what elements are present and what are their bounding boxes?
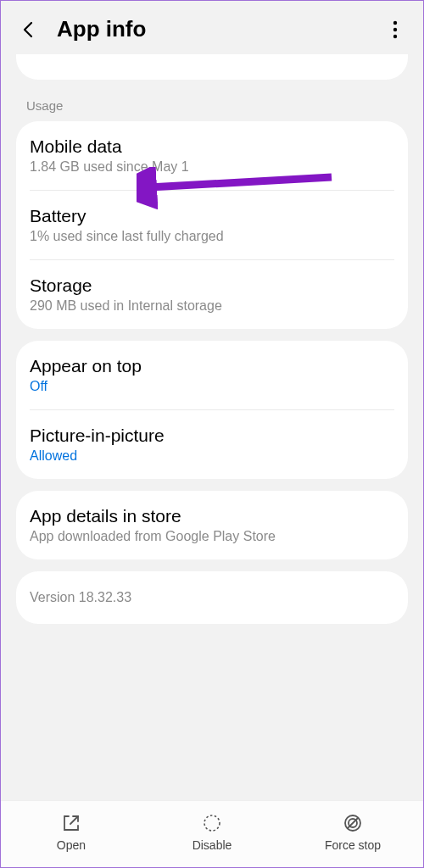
row-title: Appear on top bbox=[30, 356, 394, 376]
force-stop-icon bbox=[343, 813, 363, 833]
store-card: App details in store App downloaded from… bbox=[16, 491, 408, 559]
force-stop-label: Force stop bbox=[325, 838, 381, 852]
row-battery[interactable]: Battery 1% used since last fully charged bbox=[16, 191, 408, 259]
svg-point-0 bbox=[393, 20, 397, 24]
row-title: Mobile data bbox=[30, 136, 394, 157]
row-sub: 290 MB used in Internal storage bbox=[30, 298, 394, 314]
open-label: Open bbox=[57, 838, 86, 852]
open-icon bbox=[61, 813, 81, 833]
page-title: App info bbox=[57, 16, 384, 42]
section-label-usage: Usage bbox=[1, 80, 423, 121]
row-sub: 1% used since last fully charged bbox=[30, 229, 394, 244]
row-value: Off bbox=[30, 379, 394, 394]
row-title: Battery bbox=[30, 206, 394, 226]
overlay-card: Appear on top Off Picture-in-picture All… bbox=[16, 341, 408, 479]
svg-point-1 bbox=[393, 27, 397, 31]
more-options-icon[interactable] bbox=[384, 19, 406, 41]
row-title: App details in store bbox=[30, 506, 394, 526]
header: App info bbox=[1, 1, 423, 54]
row-picture-in-picture[interactable]: Picture-in-picture Allowed bbox=[16, 410, 408, 479]
row-title: Storage bbox=[30, 275, 394, 296]
svg-point-2 bbox=[393, 34, 397, 37]
usage-card: Mobile data 1.84 GB used since May 1 Bat… bbox=[16, 121, 408, 329]
row-app-details-in-store[interactable]: App details in store App downloaded from… bbox=[16, 491, 408, 559]
disable-button[interactable]: Disable bbox=[142, 813, 282, 852]
disable-label: Disable bbox=[192, 838, 232, 852]
row-sub: App downloaded from Google Play Store bbox=[30, 529, 394, 544]
open-button[interactable]: Open bbox=[2, 813, 141, 852]
svg-point-3 bbox=[204, 815, 220, 831]
version-text: Version 18.32.33 bbox=[30, 590, 394, 605]
version-card: Version 18.32.33 bbox=[16, 571, 408, 624]
row-mobile-data[interactable]: Mobile data 1.84 GB used since May 1 bbox=[16, 121, 408, 190]
row-storage[interactable]: Storage 290 MB used in Internal storage bbox=[16, 260, 408, 329]
back-icon[interactable] bbox=[18, 19, 40, 41]
disable-icon bbox=[202, 813, 222, 833]
row-value: Allowed bbox=[30, 448, 394, 464]
row-appear-on-top[interactable]: Appear on top Off bbox=[16, 341, 408, 409]
previous-card-sliver bbox=[16, 54, 408, 80]
row-sub: 1.84 GB used since May 1 bbox=[30, 159, 394, 175]
row-title: Picture-in-picture bbox=[30, 426, 394, 446]
force-stop-button[interactable]: Force stop bbox=[283, 813, 422, 852]
bottom-bar: Open Disable Force stop bbox=[1, 800, 423, 867]
